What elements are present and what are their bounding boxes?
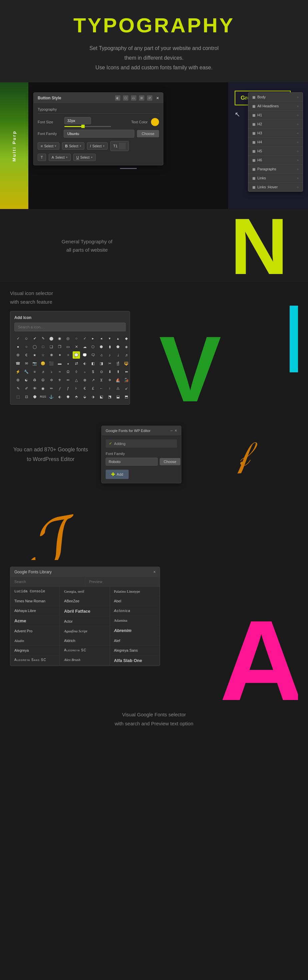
panel-icon-4[interactable]: ⊞ — [139, 95, 144, 101]
u-select[interactable]: U Select ▾ — [73, 154, 96, 161]
dropdown-item-all-headlines[interactable]: ▦ All Headlines ○ — [248, 102, 303, 111]
icon-cell[interactable]: ❋ — [48, 352, 55, 359]
icon-cell[interactable]: ◧ — [89, 360, 97, 367]
icon-cell[interactable]: ♬ — [39, 368, 47, 375]
panel-icon-3[interactable]: ▭ — [131, 95, 137, 101]
gf-font-item[interactable]: Aguafina Script — [60, 626, 110, 636]
icon-cell[interactable]: ▭ — [64, 343, 71, 350]
icon-cell[interactable]: ƒ — [64, 385, 71, 392]
icon-cell[interactable]: 💭 — [81, 352, 88, 359]
icon-cell[interactable]: □ — [39, 343, 47, 350]
icon-cell[interactable]: ☮ — [39, 376, 47, 383]
icon-cell[interactable]: 🗨 — [89, 352, 97, 359]
icon-cell[interactable]: ↙ — [123, 385, 130, 392]
icon-cell[interactable]: ❒ — [56, 343, 64, 350]
gf-lib-search-input[interactable] — [10, 577, 85, 586]
gf-lib-close-icon[interactable]: × — [153, 570, 156, 574]
icon-cell[interactable]: ✉ — [23, 360, 30, 367]
dropdown-item-h6[interactable]: ▦ H6 ○ — [248, 156, 303, 165]
icon-cell[interactable]: ⚓ — [48, 393, 55, 400]
icon-cell[interactable]: ▸ — [89, 335, 97, 342]
icon-cell[interactable]: ✡ — [48, 376, 55, 383]
gf-font-item[interactable]: Alegreya SC — [60, 646, 110, 655]
icon-cell[interactable]: ◯ — [31, 343, 38, 350]
icon-cell[interactable]: 😊 — [39, 360, 47, 367]
icon-cell[interactable]: ⬆ — [114, 368, 122, 375]
icon-cell[interactable]: ↗ — [89, 376, 97, 383]
icon-cell[interactable]: ✏ — [64, 376, 71, 383]
gf-font-item[interactable]: Acme — [10, 616, 60, 626]
gf-font-item[interactable]: Aclonica — [110, 606, 160, 616]
panel-icon-2[interactable]: ⬡ — [123, 95, 129, 101]
icon-cell[interactable]: ⊻ — [98, 376, 105, 383]
gf-font-input[interactable] — [106, 458, 158, 466]
gf-add-button[interactable]: ✚ Add — [106, 470, 129, 479]
font-size-slider[interactable] — [64, 126, 111, 127]
icon-cell[interactable]: ○ — [23, 343, 30, 350]
gf-font-item[interactable]: Times New Roman — [10, 597, 60, 606]
dropdown-item-h2[interactable]: ▦ H2 ○ — [248, 120, 303, 129]
icon-cell[interactable]: ✎ — [39, 335, 47, 342]
icon-cell[interactable]: ✧ — [64, 352, 71, 359]
icon-cell[interactable]: ⊕ — [81, 376, 88, 383]
dropdown-item-h4[interactable]: ▦ H4 ○ — [248, 138, 303, 147]
gf-lib-preview-input[interactable] — [85, 577, 160, 586]
icon-cell[interactable]: ⚡ — [14, 368, 22, 375]
icon-cell[interactable]: ⬛ — [48, 360, 55, 367]
gf-font-item[interactable]: Aldrich — [60, 636, 110, 646]
icon-cell[interactable]: 🚂 — [123, 376, 130, 383]
icon-cell[interactable]: Ω — [64, 368, 71, 375]
icon-cell[interactable]: ◎ — [64, 335, 71, 342]
icon-cell[interactable]: ⊙ — [98, 368, 105, 375]
icon-cell[interactable]: € — [81, 385, 88, 392]
icon-cell[interactable]: RSS — [39, 393, 47, 400]
icon-cell[interactable]: ☁ — [81, 343, 88, 350]
icon-cell[interactable]: ♫ — [98, 352, 105, 359]
icon-cell[interactable]: ✈ — [106, 376, 113, 383]
gf-font-item[interactable]: Abel — [110, 597, 160, 606]
gf-font-item[interactable]: Advent Pro — [10, 626, 60, 636]
icon-cell[interactable]: ✕ — [73, 343, 80, 350]
icon-cell[interactable]: ⧫ — [106, 343, 113, 350]
icon-cell[interactable]: ✔ — [31, 335, 38, 342]
icon-cell[interactable]: ⬓ — [114, 393, 122, 400]
italic-select[interactable]: I Select ▾ — [87, 142, 108, 150]
align-select[interactable]: ≡ Select ▾ — [38, 142, 59, 150]
gf-font-item[interactable]: ABeeZee — [60, 597, 110, 606]
icon-cell[interactable]: $ — [89, 368, 97, 375]
gf-font-item[interactable]: Alegreya — [10, 646, 60, 655]
icon-cell[interactable]: ✦ — [56, 352, 64, 359]
icon-cell[interactable]: ⬗ — [89, 393, 97, 400]
icon-cell[interactable]: ⬕ — [98, 393, 105, 400]
icon-cell[interactable]: 🍴 — [114, 360, 122, 367]
icon-cell[interactable]: ◂ — [98, 335, 105, 342]
icon-cell[interactable]: ◆ — [123, 335, 130, 342]
icon-cell[interactable]: ✎ — [14, 385, 22, 392]
t-select[interactable]: T — [38, 154, 46, 161]
icon-cell[interactable]: ◨ — [98, 360, 105, 367]
icon-cell[interactable]: ▴ — [114, 335, 122, 342]
icon-cell[interactable]: ⬡ — [89, 343, 97, 350]
gf-font-item[interactable]: Lucida Console — [10, 587, 60, 597]
font-family-input[interactable] — [64, 130, 134, 138]
icon-cell[interactable]: ♻ — [31, 376, 38, 383]
gf-font-item[interactable]: Actor — [60, 617, 110, 626]
gf-font-item[interactable]: Alegreya Sans SC — [10, 655, 60, 664]
icon-cell[interactable]: 🔧 — [23, 368, 30, 375]
icon-cell[interactable]: ⚙ — [14, 376, 22, 383]
icon-cell[interactable]: ⯂ — [64, 393, 71, 400]
bold-select[interactable]: B Select ▾ — [62, 142, 84, 150]
icon-cell[interactable]: ▬ — [56, 360, 64, 367]
icon-cell[interactable]: 👁 — [31, 385, 38, 392]
icon-cell[interactable]: ◉ — [56, 335, 64, 342]
dropdown-item-links-hover[interactable]: ▦ Links :Hover ○ — [248, 183, 303, 191]
icon-cell[interactable]: ✂ — [106, 360, 113, 367]
gf-font-item[interactable]: Abril Fatface — [60, 606, 110, 617]
icon-cell[interactable]: £ — [89, 385, 97, 392]
icon-cell[interactable]: ☺ — [23, 335, 30, 342]
gf-font-item[interactable]: Georgia, serif — [60, 587, 110, 597]
icon-cell[interactable]: ⬙ — [81, 393, 88, 400]
slider-thumb[interactable] — [81, 125, 85, 128]
icon-cell[interactable]: ⊡ — [23, 393, 30, 400]
gf-close-icon[interactable]: × — [175, 428, 177, 433]
